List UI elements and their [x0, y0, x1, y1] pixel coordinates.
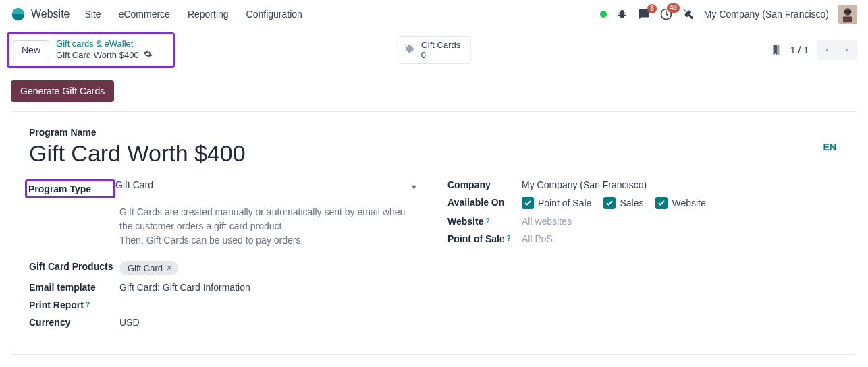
gear-icon[interactable] [143, 49, 153, 62]
action-row: New Gift cards & eWallet Gift Card Worth… [0, 28, 868, 72]
website-field[interactable]: All websites [522, 216, 839, 227]
messages-badge: 8 [647, 4, 657, 13]
app-name[interactable]: Website [31, 8, 70, 20]
available-on-label: Available On [447, 197, 522, 208]
nav-item-configuration[interactable]: Configuration [246, 9, 302, 20]
website-label: Website? [447, 216, 522, 227]
help-icon[interactable]: ? [507, 235, 511, 242]
nav-item-site[interactable]: Site [85, 9, 101, 20]
generate-gift-cards-button[interactable]: Generate Gift Cards [11, 80, 114, 102]
gift-card-products-label: Gift Card Products [29, 261, 119, 272]
debug-icon[interactable] [616, 8, 628, 20]
help-icon[interactable]: ? [86, 301, 90, 308]
gift-cards-stat[interactable]: Gift Cards 0 [398, 36, 471, 64]
program-type-select[interactable]: Gift Card ▼ [115, 179, 421, 190]
avatar[interactable] [838, 5, 857, 24]
gift-card-products-field[interactable]: Gift Card [119, 261, 421, 275]
navbar: Website Site eCommerce Reporting Configu… [0, 0, 868, 28]
navbar-right: 8 48 My Company (San Francisco) [600, 5, 857, 24]
presence-indicator [600, 11, 607, 18]
gift-card-product-tag: Gift Card [119, 261, 178, 275]
gift-cards-count: 0 [421, 50, 461, 61]
new-button[interactable]: New [13, 40, 49, 59]
nav-item-ecommerce[interactable]: eCommerce [119, 9, 170, 20]
right-column: Company My Company (San Francisco) Avail… [447, 176, 839, 331]
tools-icon[interactable] [682, 8, 695, 20]
company-label: Company [447, 179, 522, 190]
breadcrumb: Gift cards & eWallet Gift Card Worth $40… [56, 38, 153, 62]
checkbox-sales[interactable] [603, 197, 616, 209]
pager-text: 1 / 1 [790, 45, 809, 55]
currency-label: Currency [29, 317, 119, 328]
currency-value[interactable]: USD [119, 317, 421, 328]
checkbox-website[interactable] [655, 197, 668, 209]
activities-badge: 48 [667, 3, 680, 13]
app-logo[interactable] [11, 7, 26, 22]
nav-item-reporting[interactable]: Reporting [188, 9, 229, 20]
form-card: Program Name Gift Card Worth $400 EN Pro… [11, 111, 857, 355]
pos-field[interactable]: All PoS [522, 233, 839, 244]
program-type-value: Gift Card [115, 179, 153, 190]
bookmark-icon[interactable] [770, 44, 782, 56]
gift-cards-label: Gift Cards [421, 40, 461, 51]
activities-icon[interactable]: 48 [659, 7, 673, 21]
close-icon[interactable] [166, 263, 173, 273]
tag-icon [404, 43, 416, 57]
nav-menu: Site eCommerce Reporting Configuration [85, 9, 302, 20]
language-badge[interactable]: EN [821, 140, 839, 154]
company-value[interactable]: My Company (San Francisco) [522, 179, 839, 190]
pos-label: Point of Sale? [447, 233, 522, 244]
svg-rect-5 [844, 11, 852, 13]
breadcrumb-current: Gift Card Worth $400 [56, 50, 139, 61]
company-name[interactable]: My Company (San Francisco) [704, 9, 829, 20]
program-name-label: Program Name [29, 127, 839, 138]
pager-buttons [817, 40, 857, 60]
content: Generate Gift Cards Program Name Gift Ca… [0, 72, 868, 367]
svg-rect-4 [843, 17, 852, 23]
pager-next[interactable] [837, 40, 857, 60]
chevron-down-icon: ▼ [410, 183, 418, 191]
program-type-description: Gift Cards are created manually or autom… [119, 205, 421, 248]
program-name-value[interactable]: Gift Card Worth $400 [29, 140, 246, 167]
messages-icon[interactable]: 8 [638, 8, 650, 20]
pager-prev[interactable] [817, 40, 837, 60]
email-template-label: Email template [29, 282, 119, 293]
breadcrumb-highlight: New Gift cards & eWallet Gift Card Worth… [7, 32, 175, 68]
help-icon[interactable]: ? [485, 217, 489, 225]
available-on-checkboxes: Point of Sale Sales Website [522, 197, 839, 209]
email-template-value[interactable]: Gift Card: Gift Card Information [119, 282, 421, 293]
program-type-label: Program Type [25, 179, 115, 198]
left-column: Program Type Gift Card ▼ Gift Cards are … [29, 176, 421, 331]
breadcrumb-parent[interactable]: Gift cards & eWallet [56, 38, 153, 49]
checkbox-pos[interactable] [522, 197, 534, 209]
action-row-right: 1 / 1 [770, 40, 857, 60]
print-report-label: Print Report? [29, 300, 119, 310]
